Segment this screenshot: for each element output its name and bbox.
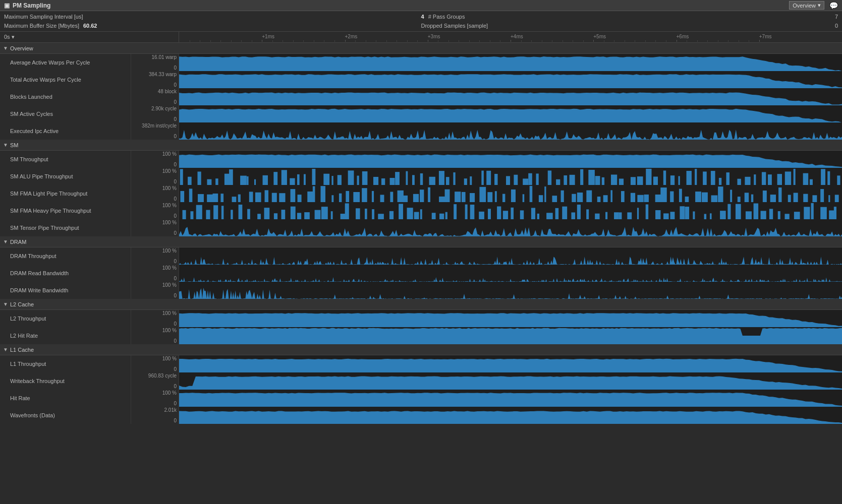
section-header-l1cache[interactable]: ▼L1 Cache — [0, 344, 842, 355]
scale-bottom-l1-throughput: 0 — [133, 366, 177, 372]
svg-rect-95 — [255, 193, 261, 202]
metric-chart-wavefronts-data — [179, 407, 842, 424]
svg-rect-44 — [494, 174, 497, 185]
svg-rect-121 — [470, 193, 475, 202]
section-arrow-sm: ▼ — [3, 142, 8, 148]
title-bar-controls: Overview ▾ 💬 — [789, 1, 838, 10]
svg-rect-168 — [196, 205, 202, 219]
chart-svg-sm-fma-heavy — [179, 202, 842, 219]
svg-rect-80 — [794, 169, 796, 185]
svg-rect-137 — [603, 195, 608, 202]
svg-rect-245 — [834, 207, 836, 219]
metric-scale-wavefronts-data: 2.01k0 — [131, 407, 179, 424]
svg-rect-235 — [754, 204, 759, 219]
svg-rect-243 — [820, 207, 827, 219]
svg-rect-22 — [312, 169, 315, 185]
svg-rect-102 — [313, 186, 315, 202]
metric-label-total-active-warps: Total Active Warps Per Cycle — [0, 71, 131, 88]
svg-rect-120 — [462, 192, 466, 202]
svg-rect-198 — [445, 212, 447, 219]
svg-rect-220 — [627, 212, 632, 219]
svg-marker-248 — [179, 277, 842, 282]
scale-top-executed-ipc: 382m inst/cycle — [133, 123, 177, 129]
svg-rect-140 — [631, 193, 635, 202]
svg-rect-74 — [745, 177, 750, 185]
section-label-overview: Overview — [10, 45, 33, 51]
metric-scale-l2-hit-rate: 100 %0 — [131, 327, 179, 344]
svg-rect-187 — [356, 208, 360, 219]
metric-row-l1-throughput: L1 Throughput100 %0 — [0, 355, 842, 372]
section-header-overview[interactable]: ▼Overview — [0, 43, 842, 54]
overview-dropdown[interactable]: Overview ▾ — [789, 1, 824, 10]
svg-rect-39 — [453, 172, 455, 185]
svg-rect-173 — [239, 205, 243, 219]
svg-rect-196 — [432, 213, 436, 219]
buffer-size-value: 60.62 — [83, 23, 97, 29]
chart-svg-total-active-warps — [179, 71, 842, 88]
metric-row-blocks-launched: Blocks Launched48 block0 — [0, 88, 842, 105]
svg-rect-77 — [768, 174, 772, 185]
svg-rect-38 — [446, 177, 450, 185]
svg-rect-12 — [229, 169, 233, 185]
svg-rect-113 — [403, 196, 408, 202]
svg-rect-142 — [644, 195, 649, 202]
chat-icon[interactable]: 💬 — [829, 2, 838, 10]
info-bar: Maximum Sampling Interval [us] Maximum B… — [0, 11, 842, 32]
svg-rect-129 — [539, 195, 543, 202]
scale-bottom-sm-throughput: 0 — [133, 162, 177, 167]
timeline-header: 0s ▾ +1ms+2ms+3ms+4ms+5ms+6ms+7ms — [0, 32, 842, 43]
scale-bottom-sm-fma-light: 0 — [133, 196, 177, 202]
svg-rect-218 — [614, 212, 619, 219]
svg-rect-111 — [390, 192, 393, 202]
svg-rect-106 — [346, 191, 349, 202]
svg-rect-201 — [470, 205, 475, 219]
scale-top-avg-active-warps: 16.01 warp — [133, 54, 177, 60]
svg-rect-188 — [365, 209, 367, 219]
section-header-sm[interactable]: ▼SM — [0, 140, 842, 151]
svg-rect-164 — [828, 195, 830, 202]
svg-rect-149 — [702, 193, 708, 202]
metric-label-sm-fma-light: SM FMA Light Pipe Throughput — [0, 185, 131, 202]
svg-rect-47 — [523, 178, 528, 185]
scale-top-sm-throughput: 100 % — [133, 151, 177, 157]
svg-rect-208 — [531, 208, 535, 219]
section-header-l2cache[interactable]: ▼L2 Cache — [0, 299, 842, 310]
svg-rect-78 — [777, 174, 782, 185]
scale-top-wavefronts-data: 2.01k — [133, 407, 177, 413]
svg-rect-23 — [323, 174, 329, 185]
svg-rect-184 — [331, 211, 333, 219]
svg-rect-166 — [183, 210, 186, 219]
scale-bottom-hit-rate: 0 — [133, 401, 177, 406]
svg-rect-233 — [736, 204, 741, 219]
scale-bottom-dram-write-bw: 0 — [133, 293, 177, 298]
sampling-interval-label: Maximum Sampling Interval [us] — [4, 14, 83, 20]
metric-label-avg-active-warps: Average Active Warps Per Cycle — [0, 54, 131, 71]
svg-rect-136 — [597, 197, 601, 202]
svg-rect-58 — [611, 174, 617, 185]
metric-chart-sm-alu-pipe — [179, 168, 842, 185]
svg-rect-224 — [663, 213, 669, 219]
metric-label-dram-read-bw: DRAM Read Bandwidth — [0, 265, 131, 282]
svg-rect-21 — [304, 174, 306, 185]
metric-label-sm-fma-heavy: SM FMA Heavy Pipe Throughput — [0, 202, 131, 219]
svg-rect-36 — [429, 177, 435, 185]
chart-svg-sm-tensor — [179, 219, 842, 236]
svg-rect-226 — [680, 206, 685, 219]
svg-rect-238 — [778, 211, 780, 219]
svg-rect-181 — [304, 212, 310, 219]
scale-top-sm-active-cycles: 2.90k cycle — [133, 106, 177, 111]
pass-groups-label: # Pass Groups — [428, 14, 465, 20]
svg-rect-28 — [362, 171, 368, 185]
svg-rect-197 — [439, 214, 444, 219]
svg-rect-154 — [745, 193, 749, 202]
scale-bottom-sm-fma-heavy: 0 — [133, 213, 177, 219]
main-content: 0s ▾ +1ms+2ms+3ms+4ms+5ms+6ms+7ms ▼Overv… — [0, 32, 842, 504]
metric-scale-l2-throughput: 100 %0 — [131, 310, 179, 327]
svg-rect-65 — [670, 175, 675, 185]
svg-rect-191 — [389, 211, 394, 219]
metric-label-dram-throughput: DRAM Throughput — [0, 247, 131, 265]
scale-top-blocks-launched: 48 block — [133, 89, 177, 94]
section-header-dram[interactable]: ▼DRAM — [0, 236, 842, 247]
svg-rect-49 — [536, 173, 538, 185]
svg-rect-30 — [381, 178, 385, 185]
